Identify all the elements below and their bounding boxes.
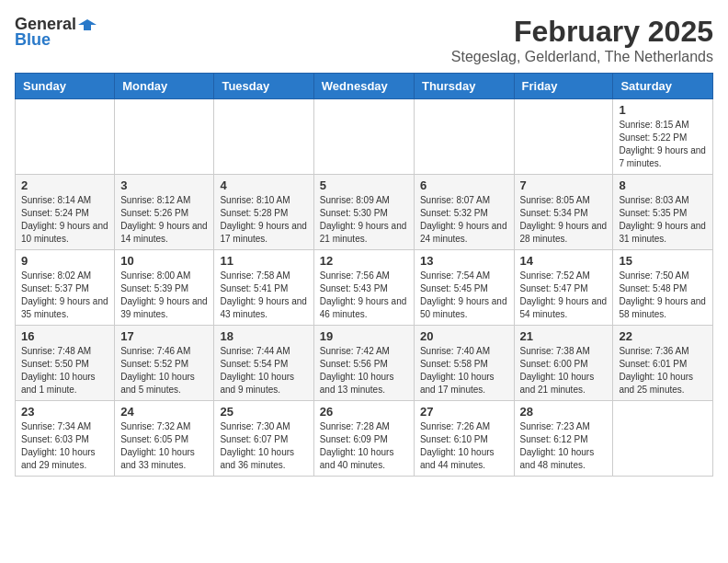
calendar-cell: 19Sunrise: 7:42 AM Sunset: 5:56 PM Dayli…: [313, 326, 414, 401]
day-number: 12: [320, 254, 408, 268]
day-number: 15: [619, 254, 707, 268]
title-area: February 2025 Stegeslag, Gelderland, The…: [451, 15, 713, 65]
calendar-cell: 26Sunrise: 7:28 AM Sunset: 6:09 PM Dayli…: [313, 401, 414, 477]
day-info: Sunrise: 7:56 AM Sunset: 5:43 PM Dayligh…: [320, 270, 408, 321]
day-info: Sunrise: 8:00 AM Sunset: 5:39 PM Dayligh…: [120, 270, 208, 321]
day-info: Sunrise: 8:02 AM Sunset: 5:37 PM Dayligh…: [21, 270, 108, 321]
day-number: 18: [220, 329, 307, 343]
column-header-monday: Monday: [115, 74, 214, 99]
calendar-cell: [115, 99, 214, 175]
calendar-cell: 5Sunrise: 8:09 AM Sunset: 5:30 PM Daylig…: [313, 175, 414, 250]
day-number: 21: [520, 329, 608, 343]
day-info: Sunrise: 8:03 AM Sunset: 5:35 PM Dayligh…: [619, 194, 707, 246]
calendar-cell: 7Sunrise: 8:05 AM Sunset: 5:34 PM Daylig…: [514, 175, 613, 250]
day-info: Sunrise: 7:23 AM Sunset: 6:12 PM Dayligh…: [520, 420, 608, 472]
day-number: 11: [220, 254, 307, 268]
day-number: 7: [520, 178, 608, 192]
calendar-cell: 13Sunrise: 7:54 AM Sunset: 5:45 PM Dayli…: [414, 250, 514, 326]
day-number: 26: [320, 405, 408, 419]
calendar-cell: 14Sunrise: 7:52 AM Sunset: 5:47 PM Dayli…: [514, 250, 613, 326]
calendar-cell: 24Sunrise: 7:32 AM Sunset: 6:05 PM Dayli…: [115, 401, 214, 477]
calendar-cell: 23Sunrise: 7:34 AM Sunset: 6:03 PM Dayli…: [16, 401, 115, 477]
day-info: Sunrise: 7:54 AM Sunset: 5:45 PM Dayligh…: [420, 270, 508, 321]
calendar-cell: 17Sunrise: 7:46 AM Sunset: 5:52 PM Dayli…: [115, 326, 214, 401]
day-number: 24: [120, 405, 208, 419]
day-info: Sunrise: 7:30 AM Sunset: 6:07 PM Dayligh…: [220, 420, 307, 472]
day-info: Sunrise: 8:12 AM Sunset: 5:26 PM Dayligh…: [120, 194, 208, 246]
day-info: Sunrise: 7:44 AM Sunset: 5:54 PM Dayligh…: [220, 345, 307, 396]
column-header-friday: Friday: [514, 74, 613, 99]
day-number: 13: [420, 254, 508, 268]
day-info: Sunrise: 7:48 AM Sunset: 5:50 PM Dayligh…: [21, 345, 108, 396]
calendar-cell: [214, 99, 313, 175]
header: General Blue February 2025 Stegeslag, Ge…: [15, 15, 713, 65]
day-info: Sunrise: 7:34 AM Sunset: 6:03 PM Dayligh…: [21, 420, 108, 472]
day-info: Sunrise: 8:05 AM Sunset: 5:34 PM Dayligh…: [520, 194, 608, 246]
calendar-week-row: 2Sunrise: 8:14 AM Sunset: 5:24 PM Daylig…: [16, 175, 713, 250]
day-number: 14: [520, 254, 608, 268]
calendar-cell: 1Sunrise: 8:15 AM Sunset: 5:22 PM Daylig…: [613, 99, 713, 175]
calendar-cell: 11Sunrise: 7:58 AM Sunset: 5:41 PM Dayli…: [214, 250, 313, 326]
calendar-week-row: 23Sunrise: 7:34 AM Sunset: 6:03 PM Dayli…: [16, 401, 713, 477]
day-info: Sunrise: 7:42 AM Sunset: 5:56 PM Dayligh…: [320, 345, 408, 396]
day-info: Sunrise: 8:14 AM Sunset: 5:24 PM Dayligh…: [21, 194, 108, 246]
day-info: Sunrise: 7:58 AM Sunset: 5:41 PM Dayligh…: [220, 270, 307, 321]
day-info: Sunrise: 8:15 AM Sunset: 5:22 PM Dayligh…: [619, 119, 707, 170]
calendar-cell: [613, 401, 713, 477]
month-title: February 2025: [451, 15, 713, 49]
calendar-cell: 9Sunrise: 8:02 AM Sunset: 5:37 PM Daylig…: [16, 250, 115, 326]
day-info: Sunrise: 7:28 AM Sunset: 6:09 PM Dayligh…: [320, 420, 408, 472]
day-number: 2: [21, 178, 108, 192]
day-info: Sunrise: 7:32 AM Sunset: 6:05 PM Dayligh…: [120, 420, 208, 472]
day-number: 10: [120, 254, 208, 268]
day-info: Sunrise: 8:07 AM Sunset: 5:32 PM Dayligh…: [420, 194, 508, 246]
calendar-cell: 20Sunrise: 7:40 AM Sunset: 5:58 PM Dayli…: [414, 326, 514, 401]
calendar-header-row: SundayMondayTuesdayWednesdayThursdayFrid…: [16, 74, 713, 99]
day-number: 16: [21, 329, 108, 343]
calendar-cell: 12Sunrise: 7:56 AM Sunset: 5:43 PM Dayli…: [313, 250, 414, 326]
day-number: 27: [420, 405, 508, 419]
calendar-cell: 2Sunrise: 8:14 AM Sunset: 5:24 PM Daylig…: [16, 175, 115, 250]
calendar-week-row: 9Sunrise: 8:02 AM Sunset: 5:37 PM Daylig…: [16, 250, 713, 326]
calendar-table: SundayMondayTuesdayWednesdayThursdayFrid…: [15, 73, 713, 477]
column-header-wednesday: Wednesday: [313, 74, 414, 99]
calendar-cell: 3Sunrise: 8:12 AM Sunset: 5:26 PM Daylig…: [115, 175, 214, 250]
day-info: Sunrise: 7:40 AM Sunset: 5:58 PM Dayligh…: [420, 345, 508, 396]
day-info: Sunrise: 7:26 AM Sunset: 6:10 PM Dayligh…: [420, 420, 508, 472]
column-header-tuesday: Tuesday: [214, 74, 313, 99]
calendar-cell: 6Sunrise: 8:07 AM Sunset: 5:32 PM Daylig…: [414, 175, 514, 250]
calendar-cell: 4Sunrise: 8:10 AM Sunset: 5:28 PM Daylig…: [214, 175, 313, 250]
day-number: 6: [420, 178, 508, 192]
calendar-cell: 16Sunrise: 7:48 AM Sunset: 5:50 PM Dayli…: [16, 326, 115, 401]
logo: General Blue: [15, 15, 97, 50]
day-number: 23: [21, 405, 108, 419]
logo-blue: Blue: [15, 30, 51, 50]
calendar-cell: 28Sunrise: 7:23 AM Sunset: 6:12 PM Dayli…: [514, 401, 613, 477]
calendar-cell: 25Sunrise: 7:30 AM Sunset: 6:07 PM Dayli…: [214, 401, 313, 477]
day-number: 8: [619, 178, 707, 192]
column-header-saturday: Saturday: [613, 74, 713, 99]
logo-bird-icon: [78, 17, 97, 32]
day-number: 25: [220, 405, 307, 419]
calendar-cell: 22Sunrise: 7:36 AM Sunset: 6:01 PM Dayli…: [613, 326, 713, 401]
day-info: Sunrise: 7:38 AM Sunset: 6:00 PM Dayligh…: [520, 345, 608, 396]
calendar-cell: 18Sunrise: 7:44 AM Sunset: 5:54 PM Dayli…: [214, 326, 313, 401]
calendar-cell: [414, 99, 514, 175]
column-header-sunday: Sunday: [16, 74, 115, 99]
calendar-week-row: 16Sunrise: 7:48 AM Sunset: 5:50 PM Dayli…: [16, 326, 713, 401]
day-info: Sunrise: 7:50 AM Sunset: 5:48 PM Dayligh…: [619, 270, 707, 321]
day-number: 19: [320, 329, 408, 343]
day-info: Sunrise: 7:46 AM Sunset: 5:52 PM Dayligh…: [120, 345, 208, 396]
day-number: 20: [420, 329, 508, 343]
day-number: 28: [520, 405, 608, 419]
day-number: 17: [120, 329, 208, 343]
day-number: 22: [619, 329, 707, 343]
day-info: Sunrise: 7:52 AM Sunset: 5:47 PM Dayligh…: [520, 270, 608, 321]
calendar-cell: 21Sunrise: 7:38 AM Sunset: 6:00 PM Dayli…: [514, 326, 613, 401]
calendar-cell: [313, 99, 414, 175]
column-header-thursday: Thursday: [414, 74, 514, 99]
calendar-cell: 27Sunrise: 7:26 AM Sunset: 6:10 PM Dayli…: [414, 401, 514, 477]
location-title: Stegeslag, Gelderland, The Netherlands: [451, 49, 713, 65]
calendar-cell: 8Sunrise: 8:03 AM Sunset: 5:35 PM Daylig…: [613, 175, 713, 250]
day-info: Sunrise: 8:10 AM Sunset: 5:28 PM Dayligh…: [220, 194, 307, 246]
